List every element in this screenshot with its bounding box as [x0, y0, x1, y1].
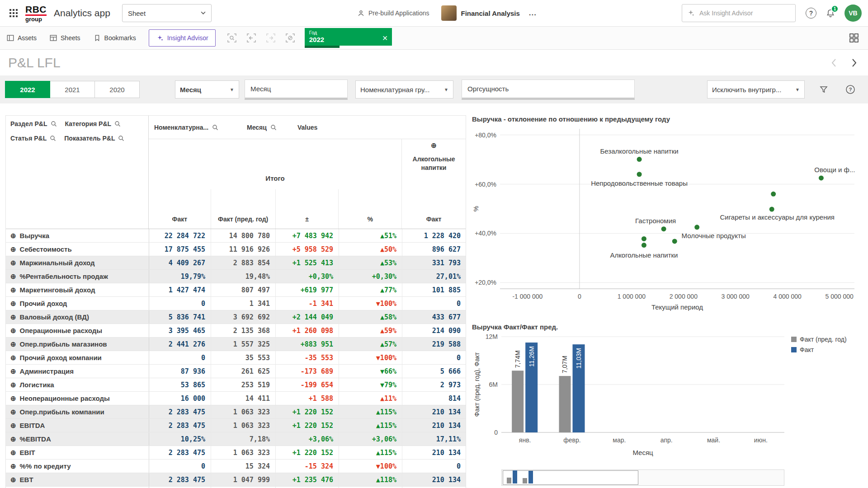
- search-icon[interactable]: [114, 121, 121, 127]
- scatter-point[interactable]: [642, 243, 646, 248]
- cell-delta-percent[interactable]: ▲59%: [339, 324, 402, 337]
- pivot-row[interactable]: ⊕Администрация 87 936 261 625 -173 689 ▼…: [6, 365, 466, 378]
- cell-alcohol-fact[interactable]: 210 134: [402, 419, 466, 432]
- cell-alcohol-fact[interactable]: 17,11%: [402, 432, 466, 446]
- pivot-row[interactable]: ⊕%% по кредиту 0 15 324 -15 324 ▼100% 0: [6, 460, 466, 473]
- search-icon[interactable]: [50, 135, 56, 141]
- pivot-row[interactable]: ⊕%Рентабельность продаж 19,79% 19,48% +0…: [6, 270, 466, 283]
- row-label[interactable]: ⊕Опер.прибыль магазинов: [6, 338, 149, 351]
- cell-delta-percent[interactable]: ▼100%: [339, 297, 402, 310]
- cell-delta-percent[interactable]: ▲53%: [339, 256, 402, 269]
- expand-icon[interactable]: ⊕: [10, 314, 16, 320]
- cell-fact-prev-year[interactable]: 35 553: [211, 351, 275, 364]
- cell-fact-prev-year[interactable]: 1 341: [211, 297, 275, 310]
- cell-delta[interactable]: +1 220 152: [275, 446, 339, 459]
- cell-fact[interactable]: 1 427 474: [149, 283, 211, 296]
- assets-tab[interactable]: Assets: [6, 34, 37, 42]
- expand-icon[interactable]: ⊕: [10, 449, 16, 456]
- prebuild-applications-link[interactable]: Pre-build Applications: [357, 9, 429, 18]
- measure-header[interactable]: ±: [275, 189, 339, 229]
- row-label[interactable]: ⊕Маркетинговый доход: [6, 283, 149, 296]
- cell-fact-prev-year[interactable]: 19,48%: [211, 270, 275, 283]
- row-label[interactable]: ⊕EBITDA: [6, 419, 149, 432]
- cell-fact[interactable]: 0: [149, 351, 211, 364]
- row-label[interactable]: ⊕Маржинальный доход: [6, 256, 149, 269]
- search-icon[interactable]: [51, 121, 57, 127]
- row-label[interactable]: ⊕Себестоимость: [6, 243, 149, 256]
- selections-back-button[interactable]: [245, 32, 258, 44]
- next-sheet-button[interactable]: [851, 57, 858, 68]
- user-avatar[interactable]: VB: [844, 5, 862, 22]
- cell-fact[interactable]: 10,25%: [149, 432, 211, 446]
- cell-delta[interactable]: +2 144 049: [275, 310, 339, 324]
- selection-chip-body[interactable]: Год 2022: [305, 28, 378, 48]
- expand-icon[interactable]: ⊕: [10, 300, 16, 307]
- cell-fact-prev-year[interactable]: 14 411: [211, 392, 275, 405]
- sheets-tab[interactable]: Sheets: [49, 34, 80, 42]
- cell-alcohol-fact[interactable]: 0: [402, 297, 466, 310]
- financial-analysis-thumbnail[interactable]: [441, 5, 457, 21]
- scatter-point[interactable]: [771, 192, 776, 197]
- cell-fact[interactable]: 0: [149, 297, 211, 310]
- cell-fact[interactable]: 2 283 475: [149, 446, 211, 459]
- pivot-row[interactable]: ⊕Операционные расходы 3 395 465 2 135 36…: [6, 324, 466, 338]
- pivot-row[interactable]: ⊕EBT 2 283 475 1 047 999 +1 235 476 ▲118…: [6, 473, 466, 487]
- cell-alcohol-fact[interactable]: 1 228 420: [402, 229, 466, 242]
- cell-fact-prev-year[interactable]: 11 916 926: [211, 243, 275, 256]
- expand-icon[interactable]: ⊕: [10, 395, 16, 402]
- expand-icon[interactable]: ⊕: [10, 286, 16, 293]
- row-label[interactable]: ⊕Администрация: [6, 365, 149, 378]
- cell-delta-percent[interactable]: +3,06%: [339, 432, 402, 446]
- expand-icon[interactable]: ⊕: [10, 232, 16, 239]
- cell-fact-prev-year[interactable]: 253 519: [211, 378, 275, 391]
- scatter-point[interactable]: [642, 236, 646, 241]
- expand-icon[interactable]: ⊕: [10, 422, 16, 429]
- cell-fact[interactable]: 87 936: [149, 365, 211, 378]
- cell-alcohol-fact[interactable]: 219 588: [402, 338, 466, 351]
- sheet-grid-view-button[interactable]: [846, 30, 862, 46]
- expand-icon[interactable]: ⊕: [10, 381, 16, 388]
- year-tab-2022[interactable]: 2022: [5, 81, 50, 98]
- cell-fact[interactable]: 4 409 267: [149, 256, 211, 269]
- cell-alcohol-fact[interactable]: 331 793: [402, 256, 466, 269]
- scatter-point[interactable]: [819, 175, 824, 180]
- year-tab-2021[interactable]: 2021: [50, 81, 95, 98]
- expand-icon[interactable]: ⊕: [10, 246, 16, 253]
- row-label[interactable]: ⊕Логистика: [6, 378, 149, 391]
- cell-fact-prev-year[interactable]: 1 063 323: [211, 446, 275, 459]
- cell-alcohol-fact[interactable]: 210 134: [402, 473, 466, 486]
- scatter-point[interactable]: [637, 172, 642, 177]
- pivot-row[interactable]: ⊕Валовый доход (ВД) 5 836 741 3 692 692 …: [6, 310, 466, 324]
- year-tab-2020[interactable]: 2020: [94, 81, 140, 98]
- cell-fact-prev-year[interactable]: 3 692 692: [211, 310, 275, 324]
- cell-delta[interactable]: -35 553: [275, 351, 339, 364]
- column-header-values[interactable]: Values: [292, 124, 466, 131]
- cell-fact[interactable]: 16 000: [149, 392, 211, 405]
- cell-fact-prev-year[interactable]: 1 557 325: [211, 338, 275, 351]
- row-label[interactable]: ⊕Выручка: [6, 229, 149, 242]
- cell-delta[interactable]: +3,06%: [275, 432, 339, 446]
- cell-delta[interactable]: +1 588: [275, 392, 339, 405]
- bar-chart[interactable]: 06M12Mянв.7,74M11,26Mфевр.7,07M11,03Mмар…: [472, 333, 788, 465]
- pivot-row[interactable]: ⊕Неоперационные расходы 16 000 14 411 +1…: [6, 392, 466, 405]
- row-label[interactable]: ⊕%Рентабельность продаж: [6, 270, 149, 283]
- row-label[interactable]: ⊕EBIT: [6, 446, 149, 459]
- app-waffle-menu-icon[interactable]: [6, 6, 21, 20]
- measure-header[interactable]: Факт (пред. год): [211, 189, 275, 229]
- expand-icon[interactable]: ⊕: [10, 368, 16, 375]
- row-label[interactable]: ⊕Валовый доход (ВД): [6, 310, 149, 324]
- scatter-point[interactable]: [672, 239, 677, 244]
- pivot-row[interactable]: ⊕Маркетинговый доход 1 427 474 807 497 +…: [6, 283, 466, 297]
- cell-delta[interactable]: -173 689: [275, 365, 339, 378]
- cell-delta-percent[interactable]: ▲57%: [339, 338, 402, 351]
- expand-icon[interactable]: ⊕: [10, 341, 16, 347]
- scatter-point[interactable]: [769, 207, 774, 212]
- financial-analysis-link[interactable]: Financial Analysis: [461, 9, 520, 17]
- cell-fact-prev-year[interactable]: 1 047 999: [211, 473, 275, 486]
- cell-fact[interactable]: 17 875 455: [149, 243, 211, 256]
- ask-insight-advisor-box[interactable]: [682, 4, 796, 22]
- search-icon[interactable]: [118, 135, 124, 141]
- row-label[interactable]: ⊕Прочий доход компании: [6, 351, 149, 364]
- pivot-row[interactable]: ⊕Маржинальный доход 4 409 267 2 883 854 …: [6, 256, 466, 270]
- cell-delta[interactable]: +7 483 942: [275, 229, 339, 242]
